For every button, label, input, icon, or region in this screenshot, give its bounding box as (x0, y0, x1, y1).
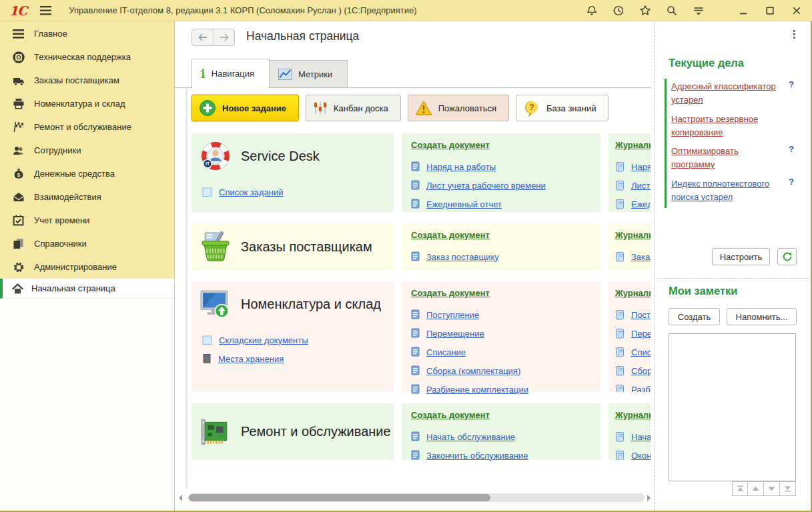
create-link[interactable]: Начать обслуживание (426, 432, 515, 442)
journal-link[interactable]: Разбиение комплектации (631, 385, 651, 393)
main-menu-icon[interactable] (40, 6, 51, 15)
sidebar-item-maintenance[interactable]: Ремонт и обслуживание (0, 115, 174, 139)
section-title: Номенклатура и склад (241, 297, 381, 312)
sidebar-item-administration[interactable]: Администрирование (0, 255, 174, 279)
journal-icon (615, 384, 625, 393)
history-icon[interactable] (612, 4, 625, 17)
search-icon[interactable] (665, 4, 678, 17)
maximize-button[interactable] (763, 4, 776, 17)
journal-link[interactable]: Заказ поставщику (631, 252, 651, 262)
journal-link[interactable]: Лист учета рабочего времени (631, 181, 651, 191)
sidebar-item-catalogs[interactable]: Справочники (0, 232, 174, 255)
journal-icon (615, 309, 625, 321)
scroll-left-arrow[interactable] (179, 495, 182, 501)
sidebar-item-main[interactable]: Главное (0, 22, 174, 45)
create-link[interactable]: Наряд на работы (426, 162, 496, 172)
move-top-button[interactable] (732, 481, 748, 496)
sidebar-item-supplier-orders[interactable]: Заказы поставщикам (0, 69, 174, 92)
sidebar-item-label: Техническая поддержка (34, 52, 131, 62)
create-link[interactable]: Разбиение комплектации (426, 385, 528, 395)
move-up-button[interactable] (748, 481, 764, 496)
journals-header[interactable]: Журналы (615, 140, 651, 150)
create-link[interactable]: Лист учета рабочего времени (426, 181, 546, 191)
section-link[interactable]: Складские документы (219, 335, 308, 345)
kanban-board-button[interactable]: Канбан доска (306, 95, 401, 121)
help-icon[interactable]: ? (789, 144, 794, 154)
horizontal-scrollbar-thumb[interactable] (189, 494, 490, 501)
notifications-bell-icon[interactable] (585, 4, 598, 17)
create-link[interactable]: Сборка (комплектация) (426, 366, 520, 376)
create-link[interactable]: Закончить обслуживание (426, 451, 528, 461)
note-remind-button[interactable]: Напомнить... (727, 308, 797, 325)
create-document-block: Создать документ Наряд на работы Лист уч… (402, 133, 600, 212)
refresh-button[interactable] (777, 248, 797, 265)
create-link[interactable]: Поступление (426, 310, 479, 320)
new-task-button[interactable]: Новое задание (191, 95, 299, 121)
lifebuoy-icon (12, 51, 25, 63)
sidebar-item-employees[interactable]: Сотрудники (0, 139, 174, 162)
sidebar-item-label: Начальная страница (31, 283, 115, 293)
truck-icon (12, 75, 25, 87)
sidebar-item-interactions[interactable]: Взаимодействия (0, 185, 174, 209)
todo-link[interactable]: Настроить резервное копирование (671, 114, 758, 137)
note-create-button[interactable]: Создать (669, 308, 720, 325)
sidebar-item-home[interactable]: Начальная страница (0, 279, 174, 299)
sidebar-item-time-tracking[interactable]: Учет времени (0, 209, 174, 232)
create-document-block: Создать документ Заказ поставщику (402, 223, 600, 270)
help-icon[interactable]: ? (789, 177, 794, 187)
scroll-right-arrow[interactable] (647, 495, 651, 501)
journal-link[interactable]: Списание (631, 347, 651, 357)
more-menu-icon[interactable] (793, 30, 795, 39)
notes-nav-group (732, 481, 796, 496)
move-bottom-button[interactable] (780, 481, 796, 496)
create-document-header[interactable]: Создать документ (411, 410, 591, 420)
plus-icon (199, 99, 216, 117)
tab-navigation[interactable]: i Навигация (191, 59, 270, 88)
create-document-header[interactable]: Создать документ (411, 288, 591, 298)
favorites-star-icon[interactable] (639, 4, 651, 17)
journal-link[interactable]: Поступление (631, 310, 651, 320)
journal-link[interactable]: Наряд на работы (631, 162, 651, 172)
close-button[interactable] (790, 4, 803, 17)
help-icon[interactable]: ? (789, 79, 794, 89)
create-link[interactable]: Списание (426, 347, 466, 357)
svg-text:?: ? (529, 103, 534, 112)
minimize-button[interactable] (737, 4, 749, 17)
create-link[interactable]: Заказ поставщику (426, 252, 499, 262)
journals-header[interactable]: Журналы (615, 230, 651, 240)
move-down-button[interactable] (764, 481, 780, 496)
sidebar-item-money[interactable]: $ Денежные средства (0, 162, 174, 185)
sidebar-item-stock[interactable]: Номенклатура и склад (0, 92, 174, 115)
section-link[interactable]: Места хранения (218, 354, 284, 364)
back-button[interactable] (192, 29, 213, 45)
create-link[interactable]: Ежедневный отчет (426, 199, 502, 209)
journal-link[interactable]: Перемещение (631, 329, 651, 339)
create-document-header[interactable]: Создать документ (411, 230, 591, 240)
journal-link[interactable]: Сборка (комплектация) (631, 366, 651, 376)
configure-button[interactable]: Настроить (712, 248, 770, 265)
journals-header[interactable]: Журналы (615, 410, 651, 420)
navigation-sections: IT Service Desk Список заданий Создать д… (191, 133, 651, 460)
todo-link[interactable]: Оптимизировать программу (671, 146, 739, 169)
todo-link[interactable]: Адресный классификатор устарел (671, 81, 776, 105)
forward-button[interactable] (213, 29, 234, 45)
sidebar-item-label: Учет времени (34, 215, 89, 225)
service-menu-icon[interactable] (692, 4, 705, 17)
horizontal-scrollbar[interactable] (188, 493, 645, 502)
create-link[interactable]: Перемещение (426, 329, 484, 339)
knowledge-base-button[interactable]: ? База знаний (516, 95, 609, 121)
journal-link[interactable]: Ежедневный отчет (631, 199, 651, 209)
section-link[interactable]: Список заданий (219, 187, 284, 197)
warning-triangle-icon (415, 100, 432, 116)
complain-button[interactable]: Пожаловаться (408, 95, 509, 121)
notes-list-box[interactable] (669, 333, 796, 481)
main-area: Начальная страница i Навигация Метрики (175, 21, 654, 512)
vertical-scrollbar[interactable] (185, 88, 187, 489)
journal-link[interactable]: Начать обслуживание (631, 432, 651, 442)
sidebar-item-support[interactable]: Техническая поддержка (0, 45, 174, 69)
journal-link[interactable]: Окончание обслуживания (631, 451, 651, 461)
todo-link[interactable]: Индекс полнотекстового поиска устарел (671, 179, 769, 202)
journals-header[interactable]: Журналы (615, 288, 651, 298)
tab-metrics[interactable]: Метрики (270, 60, 348, 88)
create-document-header[interactable]: Создать документ (411, 140, 591, 150)
